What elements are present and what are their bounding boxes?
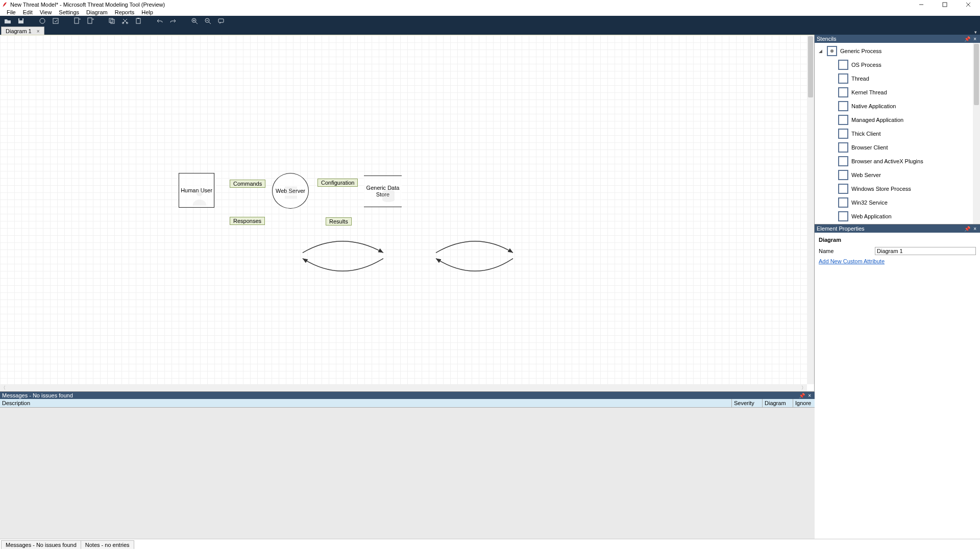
col-description[interactable]: Description — [0, 399, 732, 407]
col-severity[interactable]: Severity — [732, 399, 763, 407]
minimize-button[interactable] — [910, 0, 933, 9]
close-icon[interactable]: × — [972, 226, 978, 232]
stencil-thread[interactable]: Thread — [815, 71, 980, 85]
process-icon — [838, 156, 848, 166]
tab-close-icon[interactable]: × — [35, 29, 42, 34]
tab-diagram-1[interactable]: Diagram 1 × — [1, 27, 44, 35]
stencil-label: Web Application — [851, 213, 892, 219]
app-icon — [2, 2, 8, 8]
col-diagram[interactable]: Diagram — [763, 399, 793, 407]
stencil-web-server[interactable]: Web Server — [815, 168, 980, 182]
paste-icon[interactable] — [134, 16, 143, 26]
messages-panel: Messages - No issues found 📌 × Descripti… — [0, 391, 815, 539]
property-name-label: Name — [819, 248, 875, 254]
expander-icon[interactable]: ◢ — [819, 48, 824, 54]
stencil-label: Thread — [851, 76, 869, 82]
menu-reports[interactable]: Reports — [111, 9, 138, 15]
process-icon — [838, 211, 848, 221]
stencil-os-process[interactable]: OS Process — [815, 58, 980, 71]
zoom-out-icon[interactable] — [203, 16, 212, 26]
copy-icon[interactable] — [107, 16, 116, 26]
stencil-label: Generic Process — [840, 48, 881, 54]
stencil-browser-client[interactable]: Browser Client — [815, 140, 980, 154]
stencil-native-application[interactable]: Native Application — [815, 99, 980, 113]
flow-label-text: Commands — [233, 181, 262, 187]
delete-diagram-icon[interactable]: × — [86, 16, 95, 26]
close-icon[interactable]: × — [972, 36, 978, 42]
svg-rect-17 — [137, 18, 139, 19]
stencils-panel-header[interactable]: Stencils 📌 × — [815, 35, 980, 43]
messages-title: Messages - No issues found — [2, 392, 73, 398]
redo-icon[interactable] — [168, 16, 178, 26]
stencils-list: ◢ Generic Process OS Process Thread Kern… — [815, 43, 980, 224]
menu-edit[interactable]: Edit — [19, 9, 36, 15]
pin-icon[interactable]: 📌 — [963, 36, 972, 42]
messages-panel-header[interactable]: Messages - No issues found 📌 × — [0, 392, 815, 399]
stencil-web-application[interactable]: Web Application — [815, 209, 980, 223]
maximize-button[interactable] — [933, 0, 957, 9]
stencil-browser-activex[interactable]: Browser and ActiveX Plugins — [815, 154, 980, 168]
svg-rect-27 — [285, 187, 297, 190]
tab-overflow-icon[interactable]: ▾ — [971, 30, 980, 35]
close-icon[interactable]: × — [806, 393, 813, 398]
flow-results[interactable]: Results — [326, 217, 352, 226]
stencils-scrollbar[interactable] — [973, 43, 980, 224]
properties-panel-header[interactable]: Element Properties 📌 × — [815, 224, 980, 233]
canvas-horizontal-scrollbar[interactable]: 〈〉 — [0, 384, 807, 391]
stencil-windows-store-process[interactable]: Windows Store Process — [815, 182, 980, 195]
process-icon — [838, 184, 848, 194]
pin-icon[interactable]: 📌 — [963, 226, 972, 232]
flow-label-text: Configuration — [321, 180, 354, 186]
canvas-wrap: Human User Web Server Generic Data Store — [0, 35, 815, 391]
new-diagram-icon[interactable]: + — [72, 16, 82, 26]
svg-rect-10 — [88, 18, 92, 23]
svg-line-19 — [195, 22, 198, 24]
process-icon — [838, 197, 848, 208]
stencil-label: Web Server — [851, 172, 881, 178]
flow-configuration[interactable]: Configuration — [317, 179, 358, 187]
open-icon[interactable] — [3, 16, 12, 26]
stencil-generic-process[interactable]: ◢ Generic Process — [815, 44, 980, 58]
svg-rect-1 — [943, 3, 947, 7]
menu-help[interactable]: Help — [138, 9, 157, 15]
svg-point-26 — [196, 189, 203, 196]
close-button[interactable] — [957, 0, 980, 9]
svg-rect-7 — [53, 18, 58, 23]
flow-responses[interactable]: Responses — [230, 217, 265, 225]
svg-line-23 — [209, 22, 211, 24]
stencil-thick-client[interactable]: Thick Client — [815, 127, 980, 140]
menu-diagram[interactable]: Diagram — [83, 9, 111, 15]
flow-commands[interactable]: Commands — [230, 180, 265, 188]
status-tab-notes[interactable]: Notes - no entries — [81, 540, 134, 549]
menu-settings[interactable]: Settings — [55, 9, 83, 15]
node-human-user[interactable]: Human User — [179, 173, 214, 208]
stencil-kernel-thread[interactable]: Kernel Thread — [815, 85, 980, 99]
node-web-server[interactable]: Web Server — [272, 173, 309, 209]
stencil-managed-application[interactable]: Managed Application — [815, 113, 980, 127]
node-generic-data-store[interactable]: Generic Data Store — [364, 176, 402, 207]
stencil-label: Browser Client — [851, 144, 888, 151]
feedback-icon[interactable] — [216, 16, 226, 26]
process-icon — [838, 115, 848, 125]
menu-view[interactable]: View — [36, 9, 56, 15]
svg-rect-5 — [19, 18, 22, 20]
canvas-vertical-scrollbar[interactable] — [807, 35, 814, 384]
stencil-win32-service[interactable]: Win32 Service — [815, 195, 980, 209]
menu-file[interactable]: File — [3, 9, 19, 15]
svg-text:+: + — [79, 17, 81, 21]
property-name-input[interactable] — [875, 247, 976, 255]
status-tab-messages[interactable]: Messages - No issues found — [1, 540, 81, 549]
tab-label: Diagram 1 — [6, 28, 32, 34]
process-icon — [838, 101, 848, 111]
cut-icon[interactable] — [120, 16, 130, 26]
diagram-canvas[interactable]: Human User Web Server Generic Data Store — [0, 35, 807, 384]
stencil-label: Browser and ActiveX Plugins — [851, 158, 923, 164]
analysis-view-icon[interactable] — [51, 16, 60, 26]
col-ignore[interactable]: Ignore — [793, 399, 815, 407]
undo-icon[interactable] — [155, 16, 164, 26]
pin-icon[interactable]: 📌 — [797, 393, 806, 398]
save-icon[interactable] — [16, 16, 26, 26]
zoom-in-icon[interactable] — [190, 16, 199, 26]
add-custom-attribute-link[interactable]: Add New Custom Attribute — [819, 258, 885, 264]
design-view-icon[interactable] — [38, 16, 47, 26]
